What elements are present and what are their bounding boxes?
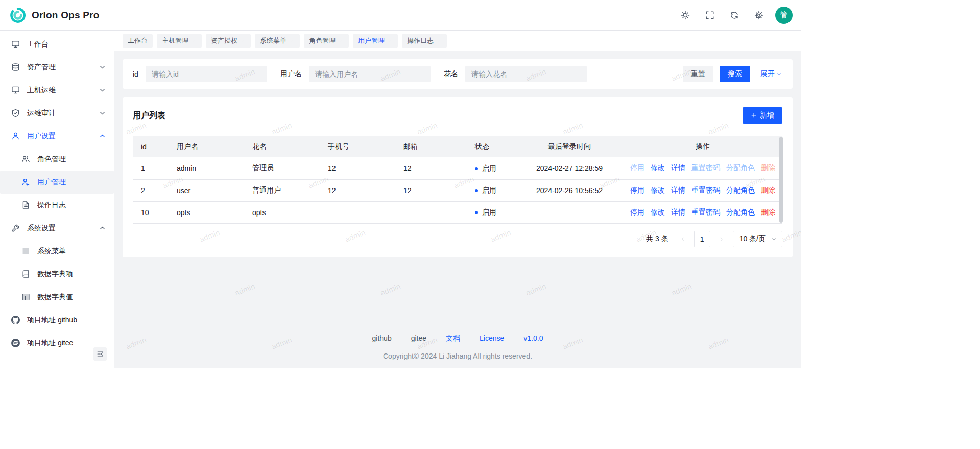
delete-action-link[interactable]: 删除: [761, 208, 775, 217]
tab-host-manage[interactable]: 主机管理: [157, 34, 202, 48]
user-manage-icon: [21, 178, 30, 186]
close-icon[interactable]: [241, 39, 246, 43]
tab-role-manage[interactable]: 角色管理: [304, 34, 349, 48]
sidebar-item-user-settings[interactable]: 用户设置: [0, 125, 114, 148]
sidebar-item-user-manage[interactable]: 用户管理: [0, 171, 114, 194]
detail-action-link[interactable]: 详情: [671, 208, 685, 217]
grant-role-action-link[interactable]: 分配角色: [726, 186, 755, 195]
sidebar-item-operation-log[interactable]: 操作日志: [0, 194, 114, 217]
github-icon: [11, 316, 20, 324]
audit-icon: [11, 109, 20, 117]
status-label: 启用: [482, 186, 496, 195]
prev-page-button[interactable]: [676, 232, 690, 246]
sidebar-item-system-settings[interactable]: 系统设置: [0, 217, 114, 240]
next-page-button[interactable]: [714, 232, 729, 246]
disable-action-link[interactable]: 停用: [630, 186, 644, 195]
sidebar-item-label: 运维审计: [27, 109, 91, 118]
tab-label: 角色管理: [309, 36, 336, 45]
disable-action-link[interactable]: 停用: [630, 208, 644, 217]
footer-link-github[interactable]: github: [372, 334, 392, 343]
close-icon[interactable]: [339, 39, 344, 43]
close-icon[interactable]: [388, 39, 393, 43]
expand-label: 展开: [760, 69, 775, 79]
settings-button[interactable]: [751, 7, 767, 23]
cell-id: 1: [133, 157, 169, 179]
sidebar-item-label: 角色管理: [37, 155, 107, 164]
theme-toggle-button[interactable]: [677, 7, 694, 23]
tab-asset-grant[interactable]: 资产授权: [206, 34, 251, 48]
cell-nickname: opts: [244, 201, 320, 223]
status-label: 启用: [482, 164, 496, 173]
status-dot: [475, 211, 478, 214]
sidebar-menu: 工作台资产管理主机运维运维审计用户设置角色管理用户管理操作日志系统设置系统菜单数…: [0, 33, 114, 355]
update-action-link[interactable]: 修改: [651, 163, 665, 173]
sidebar-item-host-ops[interactable]: 主机运维: [0, 79, 114, 102]
layout: 工作台资产管理主机运维运维审计用户设置角色管理用户管理操作日志系统设置系统菜单数…: [0, 31, 801, 368]
search-button[interactable]: 搜索: [720, 66, 750, 82]
tab-label: 工作台: [128, 36, 148, 45]
sidebar-item-dict-key[interactable]: 数据字典项: [0, 263, 114, 286]
sidebar-item-label: 项目地址 gitee: [27, 339, 107, 348]
table-scrollbar[interactable]: [779, 137, 783, 223]
delete-action-link[interactable]: 删除: [761, 186, 775, 195]
dict-value-icon: [21, 293, 30, 301]
tab-label: 用户管理: [358, 36, 385, 45]
footer-link-license[interactable]: License: [480, 334, 504, 343]
id-input[interactable]: [146, 66, 267, 82]
user-avatar[interactable]: 管: [775, 7, 793, 24]
dict-key-icon: [21, 270, 30, 278]
column-header-4: 邮箱: [395, 136, 467, 157]
tab-user-manage[interactable]: 用户管理: [353, 34, 398, 48]
cell-phone: [320, 201, 395, 223]
table-row: 2user普通用户1212启用2024-02-26 10:56:52停用修改详情…: [133, 179, 782, 201]
status-dot: [475, 189, 478, 192]
sidebar-item-system-menu[interactable]: 系统菜单: [0, 240, 114, 263]
delete-action-link: 删除: [761, 163, 775, 173]
username-input[interactable]: [309, 66, 431, 82]
page-number-button[interactable]: 1: [694, 231, 710, 247]
close-icon[interactable]: [192, 39, 197, 43]
system-icon: [11, 224, 20, 232]
footer-link-docs[interactable]: 文档: [446, 334, 460, 343]
update-action-link[interactable]: 修改: [651, 208, 665, 217]
watermark-text: admin: [379, 281, 401, 297]
reset-password-action-link[interactable]: 重置密码: [691, 208, 720, 217]
refresh-button[interactable]: [726, 7, 743, 23]
footer-link-gitee[interactable]: gitee: [411, 334, 426, 343]
column-header-6: 最后登录时间: [516, 136, 623, 157]
tab-workbench[interactable]: 工作台: [123, 34, 153, 48]
expand-toggle[interactable]: 展开: [760, 69, 782, 79]
detail-action-link[interactable]: 详情: [671, 186, 685, 195]
grant-role-action-link[interactable]: 分配角色: [726, 208, 755, 217]
nickname-input[interactable]: [465, 66, 587, 82]
nickname-label: 花名: [444, 69, 458, 79]
brand[interactable]: Orion Ops Pro: [9, 7, 99, 24]
page-size-select[interactable]: 10 条/页: [733, 231, 782, 247]
sidebar-item-label: 主机运维: [27, 86, 91, 95]
tab-operation-log[interactable]: 操作日志: [402, 34, 447, 48]
footer-link-version[interactable]: v1.0.0: [523, 334, 543, 343]
update-action-link[interactable]: 修改: [651, 186, 665, 195]
reset-password-action-link[interactable]: 重置密码: [691, 186, 720, 195]
sidebar-item-ops-audit[interactable]: 运维审计: [0, 102, 114, 125]
close-icon[interactable]: [437, 39, 442, 43]
add-user-button[interactable]: 新增: [743, 107, 782, 124]
cell-nickname: 管理员: [244, 157, 320, 179]
gear-icon: [754, 11, 763, 20]
sidebar-item-label: 系统设置: [27, 224, 91, 233]
sidebar-item-github[interactable]: 项目地址 github: [0, 309, 114, 332]
sidebar-item-role-manage[interactable]: 角色管理: [0, 148, 114, 171]
chevron-right-icon: [719, 236, 725, 242]
sidebar-item-dict-value[interactable]: 数据字典值: [0, 286, 114, 309]
sidebar-collapse-button[interactable]: [93, 347, 107, 361]
app-logo-icon: [9, 7, 27, 24]
detail-action-link[interactable]: 详情: [671, 163, 685, 173]
tab-system-menu[interactable]: 系统菜单: [255, 34, 300, 48]
filter-form: id用户名花名: [133, 66, 600, 82]
cell-id: 10: [133, 201, 169, 223]
close-icon[interactable]: [290, 39, 295, 43]
fullscreen-button[interactable]: [702, 7, 718, 23]
sidebar-item-asset-manage[interactable]: 资产管理: [0, 56, 114, 79]
reset-button[interactable]: 重置: [683, 66, 713, 82]
sidebar-item-workbench[interactable]: 工作台: [0, 33, 114, 56]
